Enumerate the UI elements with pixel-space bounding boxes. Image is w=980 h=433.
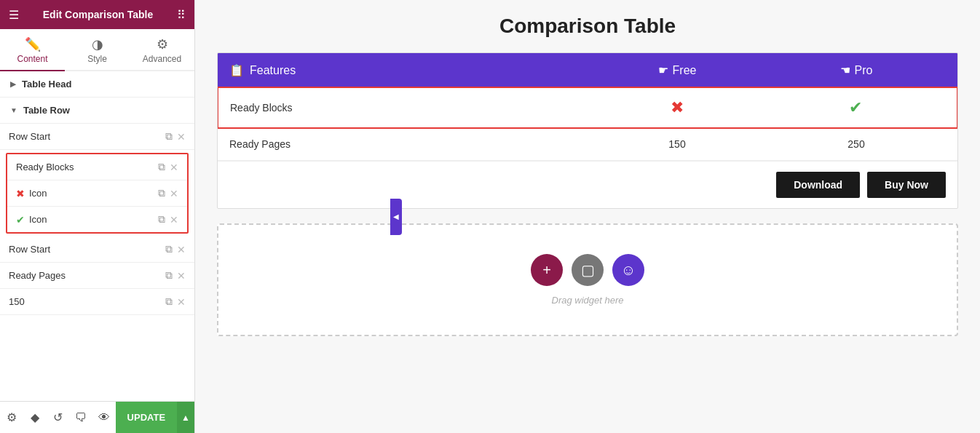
table-head-row: 📋 Features ☛ Free ☚ Pro <box>218 53 957 87</box>
close-icon-row-start-2[interactable]: ✕ <box>177 244 186 255</box>
table-head-label: Table Head <box>22 79 71 90</box>
table-row-section[interactable]: ▼ Table Row <box>0 98 194 124</box>
features-icon: 📋 <box>229 63 244 77</box>
update-dropdown-button[interactable]: ▲ <box>177 402 194 433</box>
item-label-ready-pages: Ready Pages <box>9 270 161 281</box>
folder-widget-button[interactable]: ▢ <box>572 254 604 286</box>
copy-icon-2[interactable]: ⧉ <box>158 213 165 226</box>
col-free: ☛ Free <box>588 63 767 77</box>
update-button[interactable]: UPDATE <box>116 402 177 433</box>
table-head-section[interactable]: ▶ Table Head <box>0 71 194 98</box>
ready-pages-free-val: 150 <box>588 138 767 150</box>
pro-text: Pro <box>855 64 873 77</box>
ready-blocks-free-val: ✖ <box>588 98 767 117</box>
close-icon-ready-blocks[interactable]: ✕ <box>170 162 178 173</box>
comments-icon[interactable]: 🗨 <box>69 411 92 424</box>
tab-style[interactable]: ◑ Style <box>65 29 130 71</box>
ready-pages-label: Ready Pages <box>229 138 588 150</box>
check-green-icon: ✔ <box>849 98 862 116</box>
ready-blocks-pro-val: ✔ <box>767 98 946 117</box>
right-content: ◀ Comparison Table 📋 Features ☛ Free ☚ P… <box>195 0 980 433</box>
table-row-arrow: ▼ <box>10 106 17 114</box>
panel-sections: ▶ Table Head ▼ Table Row Row Start ⧉ ✕ R… <box>0 71 194 401</box>
icon-badge-green: ✔ <box>16 214 25 226</box>
close-icon-1[interactable]: ✕ <box>170 188 178 199</box>
copy-icon-1[interactable]: ⧉ <box>158 187 165 199</box>
col-pro: ☚ Pro <box>767 63 946 77</box>
panel-tabs: ✏️ Content ◑ Style ⚙ Advanced <box>0 29 194 71</box>
copy-icon-ready-pages[interactable]: ⧉ <box>165 269 173 282</box>
free-icon: ☛ <box>658 63 668 77</box>
list-item-icon-2: ✔ Icon ⧉ ✕ <box>7 207 187 232</box>
copy-icon-ready-blocks[interactable]: ⧉ <box>158 161 165 173</box>
layers-icon[interactable]: ◆ <box>23 410 47 424</box>
close-red-icon: ✖ <box>671 98 684 116</box>
list-item-row-start-1: Row Start ⧉ ✕ <box>0 124 194 150</box>
copy-icon-row-start-2[interactable]: ⧉ <box>165 243 173 255</box>
tab-advanced[interactable]: ⚙ Advanced <box>130 29 194 71</box>
add-widget-button[interactable]: + <box>531 254 563 286</box>
close-icon-row-start[interactable]: ✕ <box>177 131 186 143</box>
icon-badge-red: ✖ <box>16 188 25 199</box>
red-bordered-group: Ready Blocks ⧉ ✕ ✖ Icon ⧉ ✕ ✔ Icon ⧉ ✕ <box>6 153 189 234</box>
item-label-150: 150 <box>9 296 161 307</box>
item-label-icon-1: Icon <box>29 188 154 199</box>
list-item-icon-1: ✖ Icon ⧉ ✕ <box>7 180 187 207</box>
item-label-ready-blocks: Ready Blocks <box>16 162 154 172</box>
table-row-label: Table Row <box>23 105 70 116</box>
comparison-table: 📋 Features ☛ Free ☚ Pro Ready Blocks ✖ ✔ <box>217 52 958 209</box>
tab-content[interactable]: ✏️ Content <box>0 29 65 71</box>
list-item-row-start-2: Row Start ⧉ ✕ <box>0 237 194 263</box>
copy-icon-row-start[interactable]: ⧉ <box>165 130 173 143</box>
left-panel: ☰ Edit Comparison Table ⠿ ✏️ Content ◑ S… <box>0 0 195 433</box>
ready-pages-pro-val: 250 <box>767 138 946 150</box>
features-text: Features <box>250 64 296 77</box>
table-head-arrow: ▶ <box>10 80 16 88</box>
buy-now-button[interactable]: Buy Now <box>867 172 946 198</box>
features-label: 📋 Features <box>229 63 588 77</box>
table-row-ready-blocks: Ready Blocks ✖ ✔ <box>217 87 958 129</box>
table-actions: Download Buy Now <box>218 161 957 208</box>
panel-footer: ⚙ ◆ ↺ 🗨 👁 UPDATE ▲ <box>0 401 194 433</box>
close-icon-150[interactable]: ✕ <box>177 296 186 308</box>
advanced-tab-icon: ⚙ <box>157 36 168 52</box>
drag-label: Drag widget here <box>552 295 624 306</box>
list-item-150: 150 ⧉ ✕ <box>0 289 194 315</box>
style-tab-icon: ◑ <box>92 36 103 52</box>
settings-icon[interactable]: ⚙ <box>0 410 23 424</box>
panel-title: Edit Comparison Table <box>43 9 153 20</box>
content-tab-icon: ✏️ <box>25 36 41 52</box>
close-icon-ready-pages[interactable]: ✕ <box>177 270 186 282</box>
pro-icon: ☚ <box>840 63 850 77</box>
section-items: Row Start ⧉ ✕ Ready Blocks ⧉ ✕ ✖ Icon ⧉ … <box>0 124 194 315</box>
face-widget-button[interactable]: ☺ <box>612 254 644 286</box>
list-item-ready-blocks: Ready Blocks ⧉ ✕ <box>7 154 187 180</box>
eye-icon[interactable]: 👁 <box>92 411 116 424</box>
list-item-ready-pages: Ready Pages ⧉ ✕ <box>0 263 194 289</box>
copy-icon-150[interactable]: ⧉ <box>165 295 173 308</box>
free-text: Free <box>673 64 697 77</box>
collapse-handle[interactable]: ◀ <box>390 199 402 235</box>
item-label-row-start: Row Start <box>9 131 161 142</box>
drag-area: + ▢ ☺ Drag widget here <box>217 223 958 336</box>
tab-advanced-label: Advanced <box>143 54 181 64</box>
panel-header: ☰ Edit Comparison Table ⠿ <box>0 0 194 29</box>
download-button[interactable]: Download <box>776 172 860 198</box>
tab-content-label: Content <box>17 54 47 64</box>
table-row-ready-pages: Ready Pages 150 250 <box>218 128 957 161</box>
ready-blocks-label: Ready Blocks <box>230 102 588 114</box>
grid-icon[interactable]: ⠿ <box>177 8 186 22</box>
close-icon-2[interactable]: ✕ <box>170 214 178 226</box>
drag-icons: + ▢ ☺ <box>531 254 644 286</box>
hamburger-icon[interactable]: ☰ <box>9 8 19 22</box>
item-label-row-start-2: Row Start <box>9 244 161 255</box>
page-title: Comparison Table <box>217 15 958 38</box>
item-label-icon-2: Icon <box>29 214 154 225</box>
undo-icon[interactable]: ↺ <box>46 410 69 424</box>
tab-style-label: Style <box>87 54 107 64</box>
